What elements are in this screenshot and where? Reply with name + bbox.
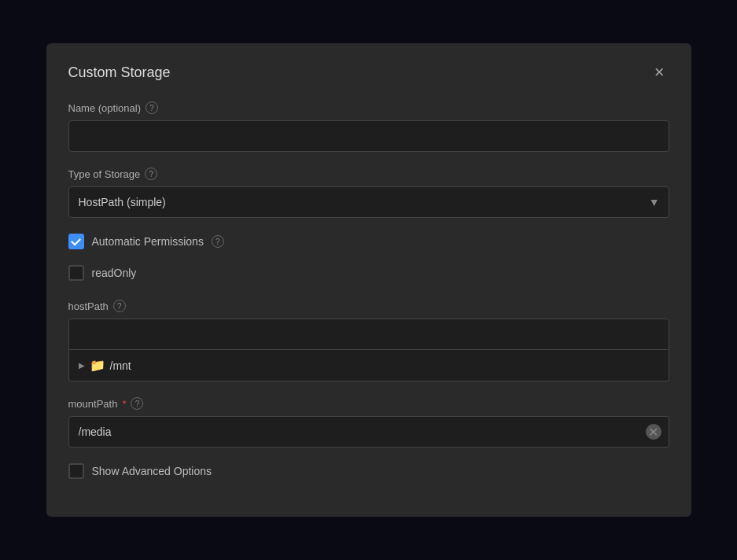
type-of-storage-field-group: Type of Storage ? HostPath (simple) SMB/… bbox=[68, 168, 669, 218]
mountpath-help-icon[interactable]: ? bbox=[131, 397, 143, 410]
custom-storage-modal: Custom Storage × Name (optional) ? Type … bbox=[46, 43, 691, 517]
name-help-icon[interactable]: ? bbox=[146, 101, 158, 114]
hostpath-label: hostPath ? bbox=[68, 300, 669, 312]
automatic-permissions-row: Automatic Permissions ? bbox=[68, 234, 669, 249]
name-label: Name (optional) ? bbox=[68, 101, 669, 114]
modal-header: Custom Storage × bbox=[68, 62, 669, 83]
folder-icon: 📁 bbox=[90, 358, 105, 373]
close-button[interactable]: × bbox=[650, 62, 669, 83]
read-only-label: readOnly bbox=[92, 267, 137, 279]
automatic-permissions-checkbox[interactable] bbox=[68, 234, 84, 249]
name-field-group: Name (optional) ? bbox=[68, 101, 669, 152]
read-only-row: readOnly bbox=[68, 265, 669, 281]
hostpath-input[interactable] bbox=[68, 319, 669, 350]
name-input[interactable] bbox=[68, 120, 669, 152]
mountpath-input[interactable] bbox=[68, 416, 669, 448]
mountpath-input-wrapper: ✕ bbox=[68, 416, 669, 448]
mountpath-field-group: mountPath * ? ✕ bbox=[68, 397, 669, 448]
tree-arrow-icon[interactable]: ▶ bbox=[79, 361, 85, 370]
type-of-storage-select[interactable]: HostPath (simple) SMB/CIFS NFS iSCSI Loc… bbox=[68, 186, 669, 218]
show-advanced-options-row: Show Advanced Options bbox=[68, 463, 669, 479]
hostpath-tree-row: ▶ 📁 /mnt bbox=[68, 350, 669, 381]
hostpath-section: hostPath ? ▶ 📁 /mnt bbox=[68, 300, 669, 381]
mountpath-clear-button[interactable]: ✕ bbox=[646, 424, 661, 440]
mountpath-required-indicator: * bbox=[122, 398, 126, 410]
show-advanced-options-label: Show Advanced Options bbox=[92, 465, 212, 477]
read-only-checkbox[interactable] bbox=[68, 265, 84, 281]
automatic-permissions-help-icon[interactable]: ? bbox=[212, 235, 224, 248]
modal-title: Custom Storage bbox=[68, 64, 171, 81]
type-help-icon[interactable]: ? bbox=[145, 168, 157, 180]
show-advanced-options-checkbox[interactable] bbox=[68, 463, 84, 479]
mountpath-label: mountPath * ? bbox=[68, 397, 669, 410]
type-of-storage-select-wrapper: HostPath (simple) SMB/CIFS NFS iSCSI Loc… bbox=[68, 186, 669, 218]
tree-path-label: /mnt bbox=[110, 359, 131, 372]
hostpath-help-icon[interactable]: ? bbox=[113, 300, 126, 312]
automatic-permissions-label: Automatic Permissions bbox=[92, 235, 204, 248]
type-of-storage-label: Type of Storage ? bbox=[68, 168, 669, 180]
